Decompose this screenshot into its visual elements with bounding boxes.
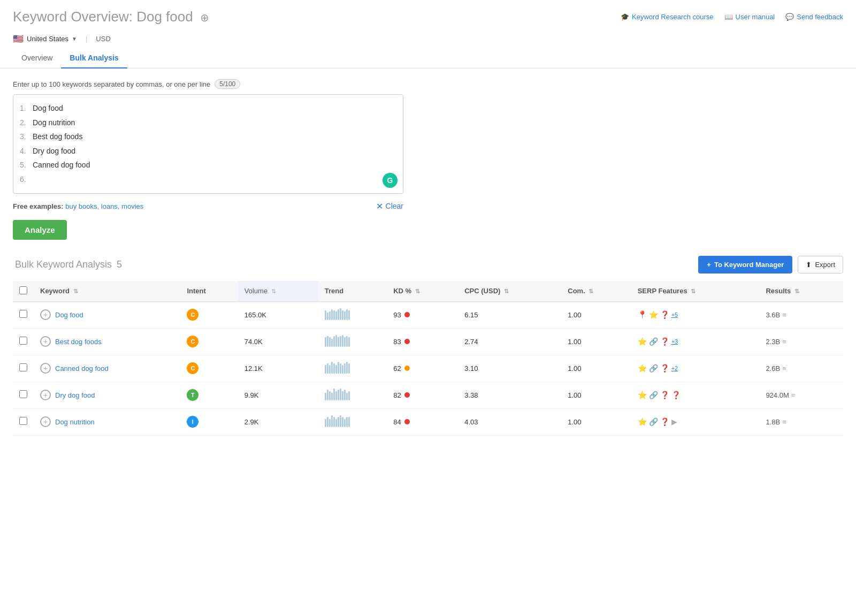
results-list-icon-1: ≡ — [782, 338, 786, 346]
results-section: Bulk Keyword Analysis 5 + To Keyword Man… — [13, 256, 843, 436]
com-cell-2: 1.00 — [561, 355, 631, 382]
user-manual-link[interactable]: 📖 User manual — [724, 13, 775, 21]
to-keyword-manager-button[interactable]: + To Keyword Manager — [698, 256, 792, 273]
serp-plus-0[interactable]: +5 — [671, 311, 678, 318]
row-checkbox-1[interactable] — [19, 337, 27, 345]
results-cell-3: 924.0M≡ — [759, 382, 843, 408]
th-kd[interactable]: KD % ⇅ — [387, 281, 458, 302]
send-feedback-link[interactable]: 💬 Send feedback — [785, 13, 843, 21]
serp-icon-0-1: ⭐ — [649, 310, 658, 319]
input-label: Enter up to 100 keywords separated by co… — [13, 79, 843, 89]
intent-badge-3: T — [187, 389, 198, 401]
intent-badge-4: I — [187, 416, 198, 428]
th-cpc[interactable]: CPC (USD) ⇅ — [458, 281, 561, 302]
sort-keyword-icon: ⇅ — [73, 288, 78, 294]
results-list-icon-3: ≡ — [791, 391, 796, 399]
table-row: +Dog nutritionI2.9K844.031.00⭐🔗❓▶1.8B≡ — [13, 408, 843, 435]
kd-dot-4 — [404, 419, 410, 424]
table-body: +Dog foodC165.0K936.151.00📍⭐❓+53.6B≡+Bes… — [13, 301, 843, 435]
keyword-link-3[interactable]: Dry dog food — [55, 391, 95, 399]
row-checkbox-2[interactable] — [19, 363, 27, 371]
trend-cell-2 — [318, 355, 387, 382]
kd-cell-3: 82 — [387, 382, 458, 408]
keyword-link-0[interactable]: Dog food — [55, 311, 83, 319]
row-checkbox-3[interactable] — [19, 390, 27, 398]
actions-row: Free examples: buy books, loans, movies … — [13, 201, 403, 211]
flag-icon: 🇺🇸 — [13, 34, 24, 44]
keyword-input-area[interactable]: 1. Dog food 2. Dog nutrition 3. Best dog… — [13, 94, 403, 194]
serp-cell-1: ⭐🔗❓+3 — [631, 328, 760, 355]
tab-bulk-analysis[interactable]: Bulk Analysis — [61, 48, 127, 69]
select-all-checkbox[interactable] — [19, 286, 27, 294]
add-keyword-button-1[interactable]: + — [40, 336, 51, 347]
serp-icon-3-1: 🔗 — [649, 391, 658, 399]
results-list-icon-4: ≡ — [782, 418, 786, 426]
serp-icon-3-3: ❓ — [671, 391, 681, 399]
intent-badge-1: C — [187, 336, 198, 347]
th-intent[interactable]: Intent — [180, 281, 238, 302]
kd-dot-3 — [404, 392, 410, 398]
keyword-link-1[interactable]: Best dog foods — [55, 338, 102, 346]
cpc-cell-3: 3.38 — [458, 382, 561, 408]
tab-bar: Overview Bulk Analysis — [0, 48, 856, 69]
serp-icon-0-0: 📍 — [638, 310, 647, 319]
table-row: +Dog foodC165.0K936.151.00📍⭐❓+53.6B≡ — [13, 301, 843, 328]
th-trend[interactable]: Trend — [318, 281, 387, 302]
volume-cell-4: 2.9K — [238, 408, 318, 435]
analyze-button[interactable]: Analyze — [13, 220, 67, 240]
sort-com-icon: ⇅ — [588, 288, 593, 294]
clear-x-icon: ✕ — [376, 201, 383, 211]
keyword-research-course-link[interactable]: 🎓 Keyword Research course — [621, 13, 713, 21]
export-button[interactable]: ⬆ Export — [798, 256, 843, 273]
add-keyword-button-3[interactable]: + — [40, 390, 51, 400]
free-examples-link[interactable]: buy books, loans, movies — [65, 202, 143, 210]
serp-icon-3-0: ⭐ — [638, 391, 647, 399]
keyword-line-1: 1. Dog food — [20, 101, 396, 116]
cpc-cell-4: 4.03 — [458, 408, 561, 435]
serp-cell-3: ⭐🔗❓❓ — [631, 382, 760, 408]
clear-button[interactable]: ✕ Clear — [376, 201, 403, 211]
table-row: +Dry dog foodT9.9K823.381.00⭐🔗❓❓924.0M≡ — [13, 382, 843, 408]
th-com[interactable]: Com. ⇅ — [561, 281, 631, 302]
sort-kd-icon: ⇅ — [415, 288, 420, 294]
serp-icon-4-0: ⭐ — [638, 417, 647, 426]
add-keyword-button[interactable]: ⊕ — [200, 12, 209, 24]
add-keyword-button-0[interactable]: + — [40, 309, 51, 320]
serp-cell-4: ⭐🔗❓▶ — [631, 408, 760, 435]
country-name: United States — [27, 35, 68, 43]
keyword-link-2[interactable]: Canned dog food — [55, 364, 109, 372]
results-cell-4: 1.8B≡ — [759, 408, 843, 435]
trend-cell-0 — [318, 301, 387, 328]
cpc-cell-1: 2.74 — [458, 328, 561, 355]
plus-icon: + — [707, 261, 711, 269]
results-list-icon-2: ≡ — [782, 364, 786, 372]
sort-volume-icon: ⇅ — [271, 288, 276, 294]
com-cell-0: 1.00 — [561, 301, 631, 328]
add-keyword-button-2[interactable]: + — [40, 363, 51, 374]
serp-plus-2[interactable]: +2 — [671, 365, 678, 371]
add-keyword-button-4[interactable]: + — [40, 416, 51, 427]
results-header: Bulk Keyword Analysis 5 + To Keyword Man… — [13, 256, 843, 273]
th-results[interactable]: Results ⇅ — [759, 281, 843, 302]
serp-plus-1[interactable]: +3 — [671, 338, 678, 345]
sub-bar: 🇺🇸 United States ▼ | USD — [0, 29, 856, 48]
row-checkbox-4[interactable] — [19, 417, 27, 425]
page-title-prefix: Keyword Overview: — [13, 9, 133, 25]
top-links: 🎓 Keyword Research course 📖 User manual … — [621, 13, 843, 21]
th-volume[interactable]: Volume ⇅ — [238, 281, 318, 302]
results-cell-2: 2.6B≡ — [759, 355, 843, 382]
tab-overview[interactable]: Overview — [13, 48, 61, 69]
kd-dot-0 — [404, 312, 410, 317]
keyword-link-4[interactable]: Dog nutrition — [55, 418, 95, 426]
cpc-cell-0: 6.15 — [458, 301, 561, 328]
kd-value: 83 — [393, 338, 401, 346]
main-content: Enter up to 100 keywords separated by co… — [0, 69, 856, 446]
kd-dot-1 — [404, 339, 410, 344]
country-selector[interactable]: 🇺🇸 United States ▼ — [13, 34, 77, 44]
th-keyword[interactable]: Keyword ⇅ — [34, 281, 180, 302]
th-serp[interactable]: SERP Features ⇅ — [631, 281, 760, 302]
row-checkbox-0[interactable] — [19, 310, 27, 318]
table-row: +Best dog foodsC74.0K832.741.00⭐🔗❓+32.3B… — [13, 328, 843, 355]
sort-cpc-icon: ⇅ — [504, 288, 509, 294]
volume-cell-3: 9.9K — [238, 382, 318, 408]
